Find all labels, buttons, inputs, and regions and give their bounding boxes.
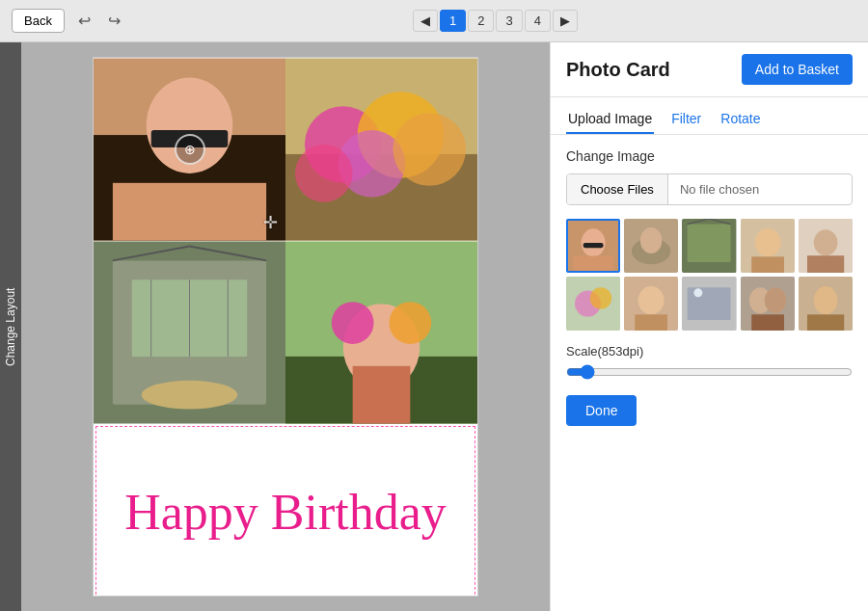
svg-rect-29 bbox=[583, 243, 604, 248]
panel-header: Photo Card Add to Basket bbox=[551, 42, 868, 97]
file-upload-row: Choose Files No file chosen bbox=[566, 173, 853, 205]
svg-rect-43 bbox=[807, 255, 844, 273]
svg-point-33 bbox=[640, 227, 662, 253]
back-button[interactable]: Back bbox=[12, 9, 65, 33]
svg-rect-49 bbox=[635, 315, 667, 332]
svg-rect-4 bbox=[113, 183, 266, 241]
resize-handle-1[interactable]: ⊕ bbox=[175, 134, 205, 165]
page-4-button[interactable]: 4 bbox=[525, 10, 551, 32]
prev-page-button[interactable]: ◀ bbox=[413, 10, 438, 32]
thumbnail-1[interactable] bbox=[566, 219, 620, 273]
svg-rect-35 bbox=[688, 225, 731, 262]
svg-point-11 bbox=[295, 145, 353, 202]
tab-upload-image[interactable]: Upload Image bbox=[566, 105, 654, 134]
page-navigation: ◀ 1 2 3 4 ▶ bbox=[413, 10, 578, 32]
svg-rect-56 bbox=[751, 315, 784, 332]
change-image-label: Change Image bbox=[566, 148, 853, 164]
svg-point-42 bbox=[814, 229, 838, 255]
photo-cell-2[interactable] bbox=[285, 58, 477, 241]
canvas-area: ⊕ ✛ bbox=[21, 42, 550, 611]
card-photos-grid: ⊕ ✛ bbox=[94, 58, 477, 424]
thumbnail-8[interactable] bbox=[682, 277, 736, 331]
no-file-label: No file chosen bbox=[668, 174, 852, 204]
svg-point-20 bbox=[142, 381, 238, 410]
page-2-button[interactable]: 2 bbox=[468, 10, 494, 32]
page-3-button[interactable]: 3 bbox=[496, 10, 522, 32]
undo-button[interactable]: ↩ bbox=[74, 10, 95, 32]
thumbnail-2[interactable] bbox=[624, 219, 678, 273]
svg-rect-40 bbox=[751, 256, 784, 273]
svg-rect-59 bbox=[807, 315, 844, 332]
thumbnails-grid bbox=[566, 219, 853, 331]
svg-point-52 bbox=[694, 289, 703, 298]
svg-point-24 bbox=[332, 302, 374, 344]
svg-point-55 bbox=[764, 287, 785, 313]
thumbnail-6[interactable] bbox=[566, 277, 620, 331]
change-layout-tab[interactable]: Change Layout bbox=[0, 42, 21, 611]
svg-rect-26 bbox=[353, 366, 411, 424]
move-icon-1[interactable]: ✛ bbox=[263, 212, 278, 233]
svg-point-48 bbox=[638, 286, 665, 314]
scale-slider[interactable] bbox=[566, 364, 853, 380]
add-to-basket-button[interactable]: Add to Basket bbox=[742, 54, 853, 85]
panel-title: Photo Card bbox=[566, 59, 670, 81]
photo-cell-4[interactable] bbox=[285, 241, 477, 424]
thumbnail-4[interactable] bbox=[741, 219, 795, 273]
thumbnail-5[interactable] bbox=[799, 219, 853, 273]
done-button[interactable]: Done bbox=[566, 395, 637, 426]
topbar: Back ↩ ↪ ◀ 1 2 3 4 ▶ bbox=[0, 0, 868, 42]
svg-point-46 bbox=[590, 287, 611, 308]
panel-content: Change Image Choose Files No file chosen bbox=[551, 135, 868, 611]
thumbnail-10[interactable] bbox=[799, 277, 853, 331]
thumbnail-3[interactable] bbox=[682, 219, 736, 273]
birthday-message: Happy Birthday bbox=[124, 483, 447, 543]
svg-point-25 bbox=[389, 302, 431, 344]
svg-point-10 bbox=[393, 113, 466, 186]
page-1-button[interactable]: 1 bbox=[440, 10, 466, 32]
photo-card: ⊕ ✛ bbox=[93, 57, 478, 597]
thumbnail-9[interactable] bbox=[741, 277, 795, 331]
right-panel: Photo Card Add to Basket Upload Image Fi… bbox=[550, 42, 868, 611]
svg-point-58 bbox=[814, 286, 838, 314]
tab-rotate[interactable]: Rotate bbox=[719, 105, 762, 134]
scale-label: Scale(853dpi) bbox=[566, 344, 853, 359]
tab-filter[interactable]: Filter bbox=[669, 105, 703, 134]
thumbnail-7[interactable] bbox=[624, 277, 678, 331]
photo-cell-3[interactable] bbox=[94, 241, 285, 424]
svg-point-39 bbox=[754, 228, 780, 256]
redo-button[interactable]: ↪ bbox=[104, 10, 124, 32]
svg-rect-30 bbox=[573, 256, 613, 272]
svg-rect-51 bbox=[688, 287, 731, 320]
photo-cell-1[interactable]: ⊕ ✛ bbox=[94, 58, 285, 241]
card-birthday-text[interactable]: Happy Birthday bbox=[95, 426, 475, 597]
main-area: Change Layout ⊕ ✛ bbox=[0, 42, 868, 611]
choose-files-button[interactable]: Choose Files bbox=[567, 174, 668, 204]
panel-tabs: Upload Image Filter Rotate bbox=[551, 97, 868, 135]
next-page-button[interactable]: ▶ bbox=[553, 10, 578, 32]
